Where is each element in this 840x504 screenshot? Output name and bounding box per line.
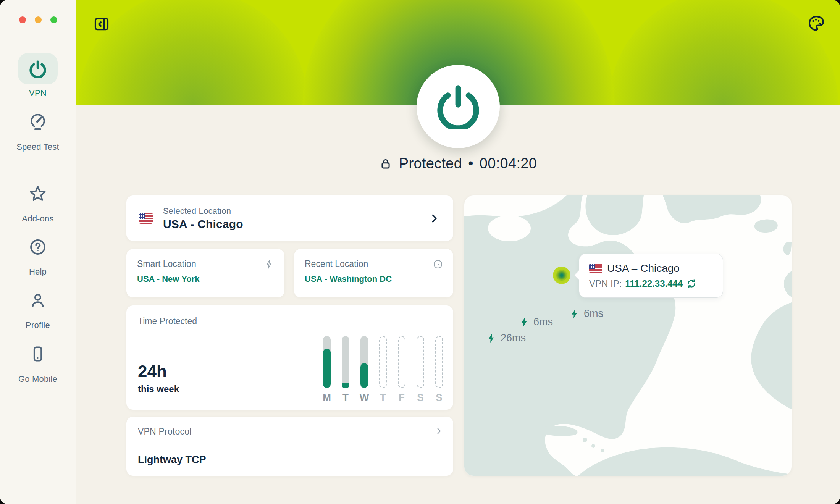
map-card: USA – Chicago VPN IP: 111.22.33.444 xyxy=(464,195,792,476)
vpn-ip-label: VPN IP: xyxy=(589,278,622,289)
lightning-icon xyxy=(486,333,497,344)
chevron-right-icon xyxy=(434,426,443,436)
status-label: Protected xyxy=(399,155,462,172)
sidebar-label-profile[interactable]: Profile xyxy=(0,320,76,330)
day-bar: F xyxy=(398,336,405,404)
lightning-icon xyxy=(264,259,275,270)
selected-location-card[interactable]: Selected Location USA - Chicago xyxy=(126,195,453,241)
recent-location-value: USA - Washington DC xyxy=(305,274,443,284)
person-icon xyxy=(28,291,47,310)
theme-button[interactable] xyxy=(806,13,826,34)
weekly-bar-chart: M T W T F S S xyxy=(323,336,443,404)
sidebar-item-vpn[interactable] xyxy=(18,53,58,84)
sidebar-label-go-mobile[interactable]: Go Mobile xyxy=(0,374,76,384)
sidebar-label-speed-test[interactable]: Speed Test xyxy=(0,142,76,152)
day-bar: M xyxy=(323,336,331,404)
sidebar-item-help[interactable] xyxy=(0,237,76,258)
sidebar-item-go-mobile[interactable] xyxy=(0,344,76,365)
lightning-icon xyxy=(519,317,530,328)
time-protected-total: 24h xyxy=(138,362,167,381)
time-protected-card: Time Protected 24h this week M T W T F S… xyxy=(126,305,453,410)
vpn-protocol-value: Lightway TCP xyxy=(138,454,206,466)
day-bar: T xyxy=(342,336,349,404)
smart-location-value: USA - New York xyxy=(137,274,275,284)
status-separator: • xyxy=(468,155,473,172)
gauge-icon xyxy=(28,112,47,131)
day-bar: S xyxy=(417,336,424,404)
latency-marker: 6ms xyxy=(569,308,603,320)
minimize-window-button[interactable] xyxy=(35,16,42,23)
zoom-window-button[interactable] xyxy=(50,16,57,23)
location-tooltip: USA – Chicago VPN IP: 111.22.33.444 xyxy=(579,254,723,298)
traffic-lights xyxy=(19,16,57,23)
connect-toggle-button[interactable] xyxy=(417,65,500,148)
collapse-sidebar-button[interactable] xyxy=(91,14,112,34)
sidebar-label-add-ons[interactable]: Add-ons xyxy=(0,214,76,224)
recent-location-label: Recent Location xyxy=(305,259,368,269)
latency-marker: 26ms xyxy=(486,332,526,344)
day-bar: T xyxy=(379,336,387,404)
tooltip-city: USA – Chicago xyxy=(607,262,680,275)
connected-location-marker[interactable] xyxy=(553,267,570,284)
status-timer: 00:04:20 xyxy=(480,155,537,172)
day-bar: W xyxy=(360,336,368,404)
power-icon xyxy=(436,84,481,129)
sidebar-item-profile[interactable] xyxy=(0,291,76,312)
sidebar-item-speed-test[interactable] xyxy=(0,112,76,133)
refresh-ip-icon[interactable] xyxy=(686,278,697,289)
connection-status: Protected • 00:04:20 xyxy=(76,155,840,172)
latency-marker: 6ms xyxy=(519,316,553,328)
lock-icon xyxy=(379,157,392,170)
sidebar-label-help[interactable]: Help xyxy=(0,267,76,277)
day-bar: S xyxy=(435,336,443,404)
sidebar-item-add-ons[interactable] xyxy=(0,184,76,205)
smart-location-card[interactable]: Smart Location USA - New York xyxy=(126,249,284,297)
sidebar-label-vpn[interactable]: VPN xyxy=(0,88,76,98)
collapse-sidebar-icon xyxy=(93,15,110,33)
usa-flag-icon xyxy=(589,264,602,273)
palette-icon xyxy=(807,14,825,32)
power-icon xyxy=(29,60,47,78)
vpn-protocol-label: VPN Protocol xyxy=(138,426,191,436)
help-icon xyxy=(28,237,47,257)
main-panel: Protected • 00:04:20 Selected Location U… xyxy=(76,0,840,504)
recent-location-card[interactable]: Recent Location USA - Washington DC xyxy=(294,249,453,297)
time-protected-period: this week xyxy=(138,384,179,394)
usa-flag-icon xyxy=(139,213,153,224)
app-window: VPN Speed Test Add-ons xyxy=(0,0,840,504)
selected-location-value: USA - Chicago xyxy=(163,218,429,231)
vpn-ip-value: 111.22.33.444 xyxy=(625,278,683,289)
selected-location-label: Selected Location xyxy=(163,206,429,216)
close-window-button[interactable] xyxy=(19,16,26,23)
sidebar: VPN Speed Test Add-ons xyxy=(0,0,76,504)
vpn-protocol-card[interactable]: VPN Protocol Lightway TCP xyxy=(126,417,453,476)
phone-icon xyxy=(28,344,47,363)
sidebar-divider xyxy=(18,172,59,172)
clock-icon xyxy=(433,259,443,270)
chevron-right-icon xyxy=(429,212,439,225)
time-protected-label: Time Protected xyxy=(138,316,197,326)
smart-location-label: Smart Location xyxy=(137,259,196,269)
lightning-icon xyxy=(569,308,580,320)
star-icon xyxy=(28,184,47,203)
